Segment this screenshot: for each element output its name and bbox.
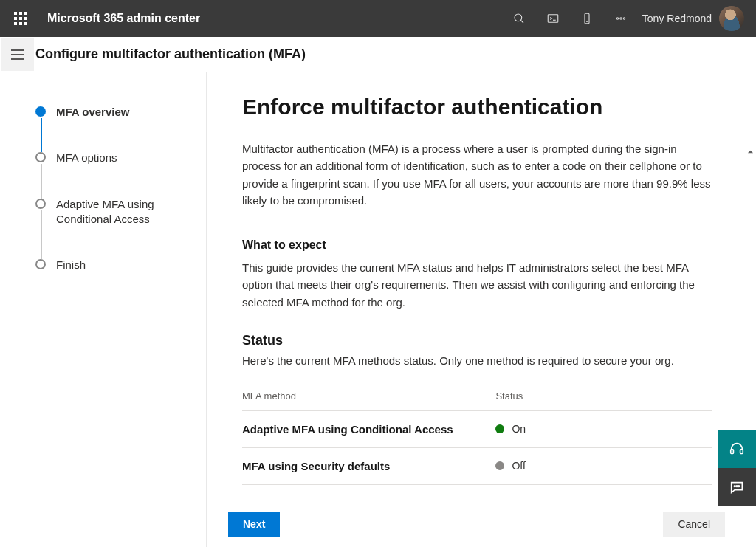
nav-toggle-button[interactable] <box>1 38 34 71</box>
step-mfa-overview[interactable]: MFA overview <box>35 105 197 151</box>
col-header-status: Status <box>495 385 712 411</box>
svg-point-8 <box>623 18 625 19</box>
shell-button[interactable] <box>536 0 570 37</box>
mobile-icon <box>580 12 594 25</box>
expect-heading: What to expect <box>242 238 712 252</box>
wizard-footer: Next Cancel <box>207 500 746 547</box>
global-header: Microsoft 365 admin center Tony Redmond <box>0 0 756 37</box>
svg-line-1 <box>520 20 523 23</box>
step-dot-icon <box>35 152 46 162</box>
step-label: MFA options <box>56 151 117 165</box>
status-cell: Off <box>495 460 712 472</box>
col-header-method: MFA method <box>242 385 495 411</box>
page-title: Configure multifactor authentication (MF… <box>35 47 306 62</box>
status-subtext: Here's the current MFA methods status. O… <box>242 354 712 367</box>
method-cell: MFA using Security defaults <box>242 447 495 484</box>
app-launcher-button[interactable] <box>6 4 35 33</box>
scroll-up-arrow[interactable] <box>745 146 755 156</box>
waffle-icon <box>14 12 27 25</box>
help-fab[interactable] <box>718 430 756 468</box>
status-on-icon <box>495 424 504 433</box>
page-subheader: Configure multifactor authentication (MF… <box>0 37 756 72</box>
step-label: Adaptive MFA using Conditional Access <box>56 197 197 227</box>
method-cell: Adaptive MFA using Conditional Access <box>242 410 495 447</box>
status-cell: On <box>495 423 712 435</box>
step-dot-icon <box>35 259 46 269</box>
user-name: Tony Redmond <box>642 13 712 24</box>
mfa-status-table: MFA method Status Adaptive MFA using Con… <box>242 385 712 485</box>
user-avatar[interactable] <box>719 6 744 31</box>
step-finish[interactable]: Finish <box>35 258 197 272</box>
main-content: Enforce multifactor authentication Multi… <box>207 72 756 547</box>
svg-point-15 <box>736 486 738 487</box>
status-off-icon <box>495 461 504 470</box>
step-adaptive-mfa[interactable]: Adaptive MFA using Conditional Access <box>35 197 197 258</box>
table-row: Adaptive MFA using Conditional Access On <box>242 410 712 447</box>
header-actions: Tony Redmond <box>502 0 750 37</box>
cancel-button[interactable]: Cancel <box>663 512 725 537</box>
hamburger-icon <box>11 49 24 60</box>
feedback-fab[interactable] <box>718 468 756 506</box>
content-heading: Enforce multifactor authentication <box>242 94 712 120</box>
table-row: MFA using Security defaults Off <box>242 447 712 484</box>
more-button[interactable] <box>604 0 638 37</box>
step-mfa-options[interactable]: MFA options <box>35 151 197 196</box>
svg-rect-13 <box>740 450 743 454</box>
app-title: Microsoft 365 admin center <box>47 12 200 25</box>
svg-point-6 <box>616 18 618 19</box>
shell-icon <box>546 12 560 25</box>
chat-icon <box>729 479 745 495</box>
svg-rect-12 <box>731 450 734 454</box>
status-text: Off <box>512 460 525 472</box>
intro-text: Multifactor authentication (MFA) is a pr… <box>242 140 712 209</box>
more-icon <box>614 12 628 25</box>
mobile-button[interactable] <box>570 0 604 37</box>
svg-rect-2 <box>548 15 558 23</box>
status-text: On <box>512 423 526 435</box>
expect-body: This guide provides the current MFA stat… <box>242 259 712 311</box>
search-icon <box>512 12 526 25</box>
step-sidebar: MFA overview MFA options Adaptive MFA us… <box>0 72 207 547</box>
search-button[interactable] <box>502 0 536 37</box>
step-dot-icon <box>35 199 46 209</box>
step-dot-icon <box>35 106 46 117</box>
next-button[interactable]: Next <box>228 512 280 537</box>
svg-point-7 <box>620 18 622 19</box>
svg-point-16 <box>738 486 740 487</box>
svg-point-14 <box>734 486 735 487</box>
headset-icon <box>729 441 745 457</box>
step-label: Finish <box>56 258 86 272</box>
step-label: MFA overview <box>56 105 129 120</box>
status-heading: Status <box>242 333 712 348</box>
